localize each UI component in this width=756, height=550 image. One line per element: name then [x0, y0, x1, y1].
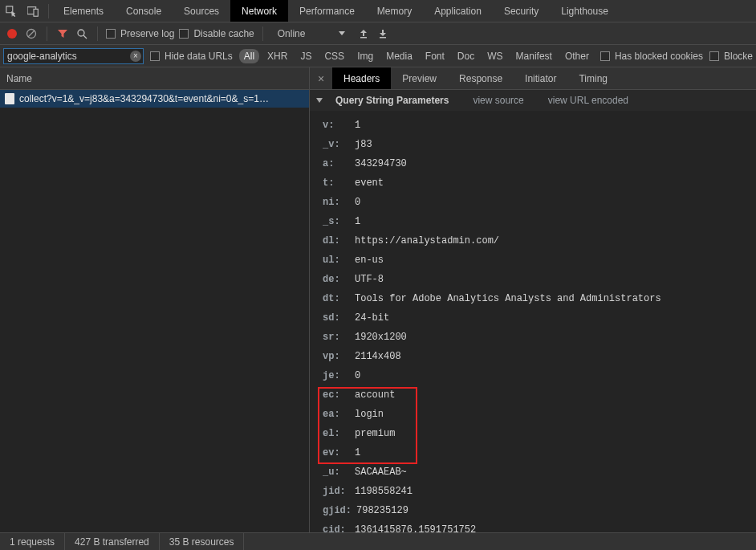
param-row: jid1198558241 [321, 482, 756, 501]
status-transferred: 427 B transferred [65, 533, 160, 550]
param-value: 1 [355, 116, 360, 135]
type-filter-manifest[interactable]: Manifest [511, 49, 557, 63]
param-value: 1361415876.1591751752 [355, 520, 476, 532]
param-key: jid [323, 482, 350, 501]
type-filters: AllXHRJSCSSImgMediaFontDocWSManifestOthe… [239, 49, 594, 63]
type-filter-js[interactable]: JS [295, 49, 316, 63]
filter-input-wrap: × [3, 48, 144, 64]
param-value: j83 [355, 135, 372, 154]
clear-icon[interactable] [24, 26, 39, 41]
blocked-requests-label: Blocke [724, 51, 753, 62]
type-filter-all[interactable]: All [239, 49, 259, 63]
param-key: gjid [323, 501, 352, 520]
type-filter-ws[interactable]: WS [482, 49, 507, 63]
detail-tab-initiator[interactable]: Initiator [514, 67, 567, 89]
param-key: sr [323, 328, 350, 347]
type-filter-img[interactable]: Img [352, 49, 378, 63]
param-key: _s [323, 212, 350, 231]
param-value: 1 [355, 443, 360, 462]
type-filter-font[interactable]: Font [421, 49, 449, 63]
param-value: event [355, 173, 384, 193]
search-icon[interactable] [75, 26, 89, 41]
main-tab-network[interactable]: Network [230, 0, 288, 22]
param-row: vp2114x408 [321, 347, 756, 366]
param-value: 2114x408 [355, 347, 401, 366]
filter-input[interactable] [7, 51, 128, 62]
section-header[interactable]: Query String Parameters view source view… [310, 90, 756, 111]
throttle-select[interactable]: Online [271, 28, 352, 39]
filter-icon[interactable] [55, 26, 70, 41]
disable-cache-label: Disable cache [193, 28, 254, 39]
hide-data-urls-label: Hide data URLs [165, 51, 233, 62]
param-row: a343294730 [321, 154, 756, 173]
param-value: premium [355, 424, 395, 443]
param-value: 343294730 [355, 154, 407, 173]
svg-rect-1 [34, 9, 38, 16]
detail-tab-response[interactable]: Response [448, 67, 514, 89]
param-row: ev1 [321, 443, 756, 462]
type-filter-xhr[interactable]: XHR [262, 49, 292, 63]
blocked-cookies-checkbox[interactable]: Has blocked cookies [600, 51, 703, 62]
param-key: sd [323, 308, 350, 328]
main-tab-application[interactable]: Application [423, 0, 493, 22]
blocked-requests-checkbox[interactable]: Blocke [709, 51, 753, 62]
device-toggle-icon[interactable] [22, 0, 45, 22]
disclosure-triangle-icon [316, 98, 323, 103]
param-key: ev [323, 443, 350, 462]
main-tab-memory[interactable]: Memory [366, 0, 423, 22]
section-title: Query String Parameters [335, 95, 449, 106]
detail-tab-timing[interactable]: Timing [567, 67, 619, 89]
main-tab-sources[interactable]: Sources [173, 0, 230, 22]
svg-point-4 [78, 30, 84, 36]
param-value: 1198558241 [355, 482, 413, 501]
svg-line-5 [83, 35, 87, 39]
detail-tab-headers[interactable]: Headers [332, 67, 391, 89]
param-row: deUTF-8 [321, 270, 756, 289]
detail-tab-preview[interactable]: Preview [391, 67, 448, 89]
main-tab-security[interactable]: Security [493, 0, 550, 22]
request-row[interactable]: collect?v=1&_v=j83&a=343294730&t=event&n… [0, 90, 309, 108]
param-key: je [323, 366, 350, 385]
clear-filter-icon[interactable]: × [130, 51, 141, 62]
view-source-link[interactable]: view source [473, 95, 523, 106]
main-tab-console[interactable]: Console [115, 0, 173, 22]
param-row: ealogin [321, 405, 756, 424]
param-row: ulen-us [321, 251, 756, 270]
param-row: v1 [321, 116, 756, 135]
detail-tabs: × HeadersPreviewResponseInitiatorTiming [310, 67, 756, 90]
throttle-value: Online [278, 28, 306, 39]
preserve-log-checkbox[interactable]: Preserve log [106, 28, 174, 39]
type-filter-doc[interactable]: Doc [453, 49, 479, 63]
type-filter-media[interactable]: Media [381, 49, 417, 63]
record-icon[interactable] [5, 26, 19, 41]
param-row: dlhttps://analystadmin.com/ [321, 231, 756, 251]
param-value: 1 [355, 212, 360, 231]
param-key: cid [323, 520, 350, 532]
download-icon[interactable] [376, 26, 390, 41]
svg-rect-7 [380, 37, 386, 39]
param-row: _vj83 [321, 135, 756, 154]
param-row: ni0 [321, 193, 756, 212]
type-filter-css[interactable]: CSS [319, 49, 349, 63]
name-column-header[interactable]: Name [0, 67, 309, 90]
hide-data-urls-checkbox[interactable]: Hide data URLs [150, 51, 233, 62]
main-tabs: ElementsConsoleSourcesNetworkPerformance… [52, 0, 620, 22]
param-value: UTF-8 [355, 270, 384, 289]
svg-line-3 [28, 31, 35, 37]
params-list: v1_vj83a343294730teventni0_s1dlhttps://a… [310, 111, 756, 532]
upload-icon[interactable] [356, 26, 371, 41]
main-tab-elements[interactable]: Elements [52, 0, 115, 22]
param-key: ec [323, 385, 350, 405]
param-key: ul [323, 251, 350, 270]
main-tab-performance[interactable]: Performance [288, 0, 366, 22]
view-url-encoded-link[interactable]: view URL encoded [548, 95, 628, 106]
disable-cache-checkbox[interactable]: Disable cache [179, 28, 254, 39]
main-tab-lighthouse[interactable]: Lighthouse [550, 0, 620, 22]
close-icon[interactable]: × [310, 67, 332, 89]
filter-bar: × Hide data URLs AllXHRJSCSSImgMediaFont… [0, 45, 756, 67]
param-row: _s1 [321, 212, 756, 231]
type-filter-other[interactable]: Other [560, 49, 594, 63]
inspect-icon[interactable] [0, 0, 22, 22]
param-value: 24-bit [355, 308, 389, 328]
param-key: a [323, 154, 350, 173]
